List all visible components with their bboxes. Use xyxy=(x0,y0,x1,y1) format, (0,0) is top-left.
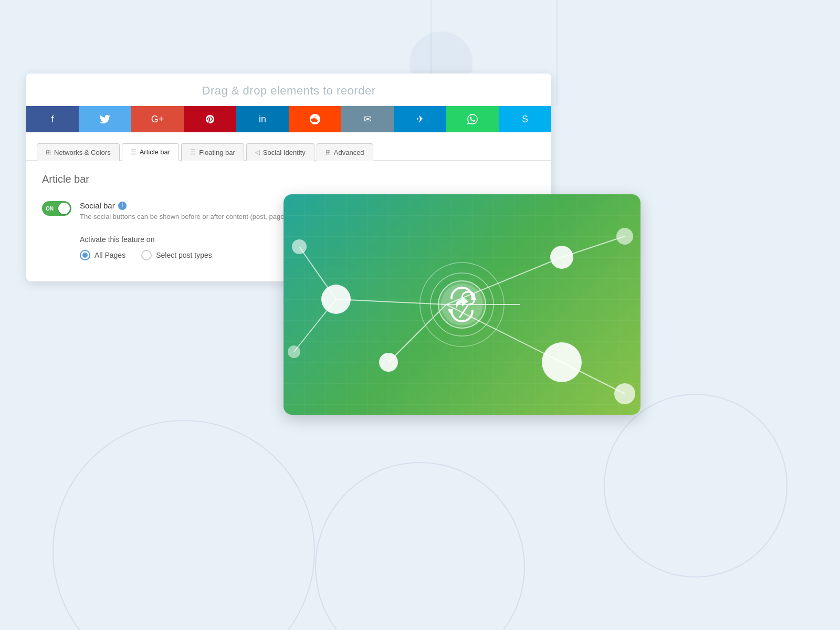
radio-all-pages-inner xyxy=(82,253,88,258)
social-network-bar: f G+ in ✉ ✈ S xyxy=(26,106,551,132)
twitter-button[interactable] xyxy=(79,106,131,132)
bg-circle-1 xyxy=(52,420,315,630)
email-button[interactable]: ✉ xyxy=(341,106,394,132)
tab-navigation: ⊞ Networks & Colors ☰ Article bar ☰ Floa… xyxy=(26,132,551,161)
radio-all-pages-label: All Pages xyxy=(94,251,125,259)
social-bar-toggle[interactable]: ON xyxy=(42,201,71,216)
tab-floating-bar-label: Floating bar xyxy=(199,149,235,156)
section-title: Article bar xyxy=(42,173,536,185)
pinterest-button[interactable] xyxy=(184,106,236,132)
drag-drop-header: Drag & drop elements to reorder xyxy=(26,74,551,106)
telegram-button[interactable]: ✈ xyxy=(394,106,446,132)
bg-circle-3 xyxy=(604,394,788,578)
floating-bar-icon: ☰ xyxy=(190,149,196,156)
tab-social-identity[interactable]: ◁ Social Identity xyxy=(246,143,314,161)
radio-select-post-types-circle xyxy=(141,250,152,260)
green-card-inner xyxy=(284,194,640,415)
radio-all-pages-circle xyxy=(80,250,90,260)
tab-advanced-label: Advanced xyxy=(334,149,364,156)
network-svg xyxy=(284,194,640,415)
radio-select-post-types[interactable]: Select post types xyxy=(141,250,212,260)
advanced-icon: ⊞ xyxy=(326,149,331,156)
svg-point-23 xyxy=(288,345,300,358)
tab-networks-colors-label: Networks & Colors xyxy=(54,149,111,156)
social-bar-title-text: Social bar xyxy=(80,201,115,210)
google-plus-button[interactable]: G+ xyxy=(131,106,184,132)
tab-floating-bar[interactable]: ☰ Floating bar xyxy=(181,143,244,161)
svg-point-22 xyxy=(292,239,307,254)
svg-line-4 xyxy=(388,304,446,362)
tab-article-bar-label: Article bar xyxy=(140,148,171,156)
radio-select-post-types-label: Select post types xyxy=(156,251,212,259)
skype-button[interactable]: S xyxy=(499,106,551,132)
social-identity-icon: ◁ xyxy=(255,149,260,156)
reddit-button[interactable] xyxy=(289,106,341,132)
toggle-on-label: ON xyxy=(46,206,54,212)
svg-point-18 xyxy=(542,342,582,382)
toggle-knob xyxy=(58,203,70,214)
green-network-card xyxy=(284,194,640,415)
bg-line-2 xyxy=(556,0,558,105)
networks-colors-icon: ⊞ xyxy=(46,149,51,156)
tab-social-identity-label: Social Identity xyxy=(263,149,306,156)
facebook-button[interactable]: f xyxy=(26,106,79,132)
svg-point-19 xyxy=(379,353,398,372)
toggle-wrapper: ON xyxy=(42,201,71,216)
info-icon[interactable]: i xyxy=(118,202,127,210)
bg-circle-2 xyxy=(315,462,525,630)
tab-article-bar[interactable]: ☰ Article bar xyxy=(122,143,180,161)
tab-networks-colors[interactable]: ⊞ Networks & Colors xyxy=(37,143,120,161)
linkedin-button[interactable]: in xyxy=(236,106,289,132)
tab-advanced[interactable]: ⊞ Advanced xyxy=(317,143,373,161)
whatsapp-button[interactable] xyxy=(446,106,499,132)
svg-point-16 xyxy=(321,285,351,314)
svg-point-21 xyxy=(614,383,635,404)
svg-point-20 xyxy=(616,228,633,245)
radio-all-pages[interactable]: All Pages xyxy=(80,250,125,260)
svg-point-17 xyxy=(550,246,573,269)
article-bar-icon: ☰ xyxy=(131,149,136,156)
svg-line-1 xyxy=(336,299,446,304)
